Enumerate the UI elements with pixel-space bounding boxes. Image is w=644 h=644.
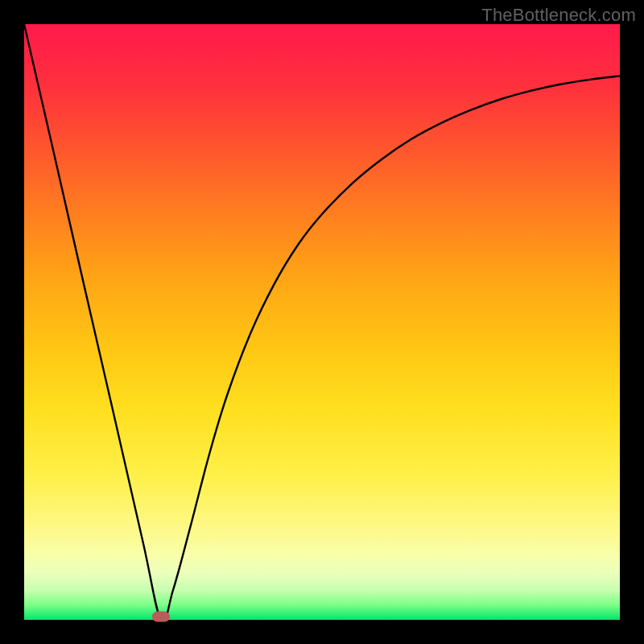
chart-frame: TheBottleneck.com <box>0 0 644 644</box>
minimum-marker <box>152 612 170 622</box>
bottleneck-curve <box>24 24 620 620</box>
plot-area <box>24 24 620 620</box>
attribution-text: TheBottleneck.com <box>481 5 636 26</box>
